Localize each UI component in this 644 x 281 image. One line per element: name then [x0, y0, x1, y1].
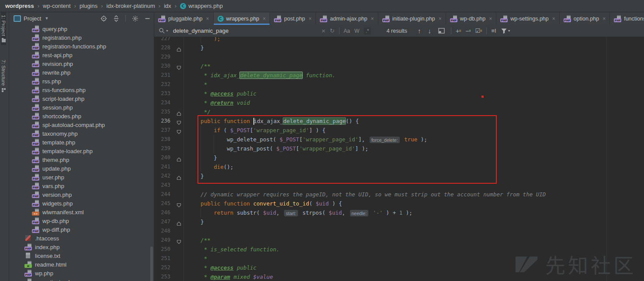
tree-item-rewrite-php[interactable]: PHPrewrite.php: [9, 68, 154, 77]
code-line-249[interactable]: 249 /**: [154, 236, 644, 245]
tree-item-revision-php[interactable]: PHPrevision.php: [9, 59, 154, 68]
code-line-231[interactable]: 231 * idx_ajax_delete_dynamic_page funct…: [154, 71, 644, 80]
tree-item-version-php[interactable]: PHPversion.php: [9, 190, 154, 199]
code-line-243[interactable]: 243: [154, 181, 644, 190]
search-icon[interactable]: ▼: [159, 27, 169, 34]
remove-occurrence-icon[interactable]: −II: [465, 27, 471, 34]
code-line-229[interactable]: 229: [154, 52, 644, 62]
multiline-search-icon[interactable]: ≡I: [491, 27, 496, 34]
tree-item-user-php[interactable]: PHPuser.php: [9, 173, 154, 182]
code-line-253[interactable]: 253 * @param mixed $value: [154, 272, 644, 281]
code-line-238[interactable]: 238 wp_delete_post( $_POST['wrapper_page…: [154, 135, 644, 144]
tree-item-spl-autoload-compat-php[interactable]: PHPspl-autoload-compat.php: [9, 120, 154, 129]
whole-words-toggle[interactable]: W: [354, 28, 359, 34]
tree-item-rss-php[interactable]: PHPrss.php: [9, 77, 154, 86]
code-line-233[interactable]: 233 * @access public: [154, 89, 644, 98]
breadcrumb-item[interactable]: wordpress: [5, 3, 34, 9]
code-line-252[interactable]: 252 * @access public: [154, 263, 644, 272]
code-line-245[interactable]: 245 public function convert_uid_to_id( $…: [154, 199, 644, 208]
tree-item-query-php[interactable]: PHPquery.php: [9, 24, 154, 33]
tab-close-icon[interactable]: ×: [602, 16, 606, 22]
code-line-235[interactable]: 235 */: [154, 107, 644, 117]
tab-close-icon[interactable]: ×: [263, 16, 266, 22]
tab-wp-db-php[interactable]: PHPwp-db.php×: [446, 12, 496, 25]
code-line-232[interactable]: 232 *: [154, 80, 644, 89]
match-case-toggle[interactable]: Aa: [344, 28, 350, 34]
select-all-occurrences-icon[interactable]: ☑II: [475, 27, 482, 34]
code-line-248[interactable]: 248: [154, 226, 644, 236]
code-line-237[interactable]: 237 if ( $_POST['wrapper_page_id'] ) {: [154, 126, 644, 135]
tree-item-session-php[interactable]: PHPsession.php: [9, 103, 154, 112]
code-line-230[interactable]: 230 /**: [154, 62, 644, 71]
breadcrumb-item[interactable]: plugins: [80, 3, 97, 9]
code-line-250[interactable]: 250 * is_selected function.: [154, 245, 644, 254]
tree-item-script-loader-php[interactable]: PHPscript-loader.php: [9, 94, 154, 103]
code-line-239[interactable]: 239 wp_trash_post( $_POST['wrapper_page_…: [154, 144, 644, 153]
project-panel-title-group[interactable]: Project ▼: [14, 15, 48, 22]
tree-item-wp-activate-php[interactable]: PHPwp-activate.php: [9, 278, 154, 281]
tab-close-icon[interactable]: ×: [308, 16, 312, 22]
stripe-item-structure[interactable]: 7: Structure: [1, 57, 6, 95]
tree-item-update-php[interactable]: PHPupdate.php: [9, 164, 154, 173]
open-in-find-window-icon[interactable]: [438, 28, 445, 34]
hide-panel-icon[interactable]: [145, 16, 150, 21]
tree-item--htaccess[interactable]: .htaccess: [9, 234, 154, 243]
tree-item-registration-functions-php[interactable]: PHPregistration-functions.php: [9, 42, 154, 51]
regex-toggle[interactable]: .*: [364, 27, 371, 34]
next-occurrence-icon[interactable]: ↓: [428, 27, 431, 34]
tab-option-php[interactable]: PHPoption.php×: [560, 12, 610, 25]
code-line-236[interactable]: 236 public function idx_ajax_delete_dyna…: [154, 117, 644, 126]
tree-scrollbar[interactable]: [150, 247, 153, 281]
code-line-242[interactable]: 242 }: [154, 171, 644, 181]
tree-item-widgets-php[interactable]: PHPwidgets.php: [9, 199, 154, 208]
previous-occurrence-icon[interactable]: ↑: [418, 27, 421, 34]
tree-item-wp-db-php[interactable]: PHPwp-db.php: [9, 216, 154, 225]
tree-item-template-php[interactable]: PHPtemplate.php: [9, 138, 154, 147]
locate-file-icon[interactable]: [100, 15, 107, 22]
search-input[interactable]: delete_dynamic_page: [173, 27, 317, 34]
tab-close-icon[interactable]: ×: [371, 16, 374, 22]
tab-wrappers-php[interactable]: Cwrappers.php×: [214, 12, 270, 25]
settings-gear-icon[interactable]: [132, 15, 138, 22]
add-occurrence-icon[interactable]: +II: [456, 27, 461, 34]
code-line-241[interactable]: 241 die();: [154, 162, 644, 171]
tree-item-readme-html[interactable]: Hreadme.html: [9, 260, 154, 269]
code-line-234[interactable]: 234 * @return void: [154, 98, 644, 107]
breadcrumb-item[interactable]: idx: [164, 3, 171, 9]
code-line-228[interactable]: 228 }: [154, 43, 644, 52]
tree-item-license-txt[interactable]: license.txt: [9, 251, 154, 260]
tab-post-php[interactable]: PHPpost.php×: [270, 12, 316, 25]
search-history-icon[interactable]: ↻: [330, 27, 335, 34]
tab-close-icon[interactable]: ×: [439, 16, 442, 22]
tree-item-wp-diff-php[interactable]: PHPwp-diff.php: [9, 225, 154, 234]
code-line-246[interactable]: 246 return substr( $uid, start: strpos( …: [154, 208, 644, 217]
code-line-251[interactable]: 251 *: [154, 254, 644, 263]
tree-item-wlwmanifest-xml[interactable]: <>wlwmanifest.xml: [9, 208, 154, 216]
tab-close-icon[interactable]: ×: [206, 16, 209, 22]
code-editor[interactable]: 227 );228 }229230 /**231 * idx_ajax_dele…: [154, 34, 644, 281]
filter-search-results-icon[interactable]: ▼: [501, 28, 511, 34]
tab-admin-ajax-php[interactable]: PHPadmin-ajax.php×: [316, 12, 378, 25]
tab-wp-settings-php[interactable]: PHPwp-settings.php×: [496, 12, 560, 25]
code-line-240[interactable]: 240 }: [154, 153, 644, 162]
breadcrumb-item[interactable]: wp-content: [43, 3, 71, 9]
breadcrumb-item[interactable]: idx-broker-platinum: [107, 3, 155, 9]
tree-item-rest-api-php[interactable]: PHPrest-api.php: [9, 51, 154, 59]
tree-item-wp-php[interactable]: PHPwp.php: [9, 269, 154, 278]
tree-item-vars-php[interactable]: PHPvars.php: [9, 182, 154, 190]
tree-item-theme-php[interactable]: PHPtheme.php: [9, 155, 154, 164]
tab-close-icon[interactable]: ×: [552, 16, 555, 22]
collapse-all-icon[interactable]: [113, 15, 119, 22]
stripe-item-project[interactable]: 1: Project: [1, 12, 6, 45]
tree-item-rss-functions-php[interactable]: PHPrss-functions.php: [9, 86, 154, 94]
tab-functions-php[interactable]: PHPfunctions.php×: [610, 12, 644, 25]
tree-item-template-loader-php[interactable]: PHPtemplate-loader.php: [9, 147, 154, 155]
code-line-244[interactable]: 244 // dynamic wrapper requires the page…: [154, 190, 644, 199]
tab-initiate-plugin-php[interactable]: PHPinitiate-plugin.php×: [378, 12, 446, 25]
breadcrumb-item[interactable]: Cwrappers.php: [180, 3, 223, 9]
tab-pluggable-php[interactable]: PHPpluggable.php×: [154, 12, 214, 25]
tree-item-shortcodes-php[interactable]: PHPshortcodes.php: [9, 112, 154, 120]
tree-item-registration-php[interactable]: PHPregistration.php: [9, 33, 154, 42]
tree-item-index-php[interactable]: PHPindex.php: [9, 243, 154, 251]
code-line-247[interactable]: 247 }: [154, 217, 644, 226]
